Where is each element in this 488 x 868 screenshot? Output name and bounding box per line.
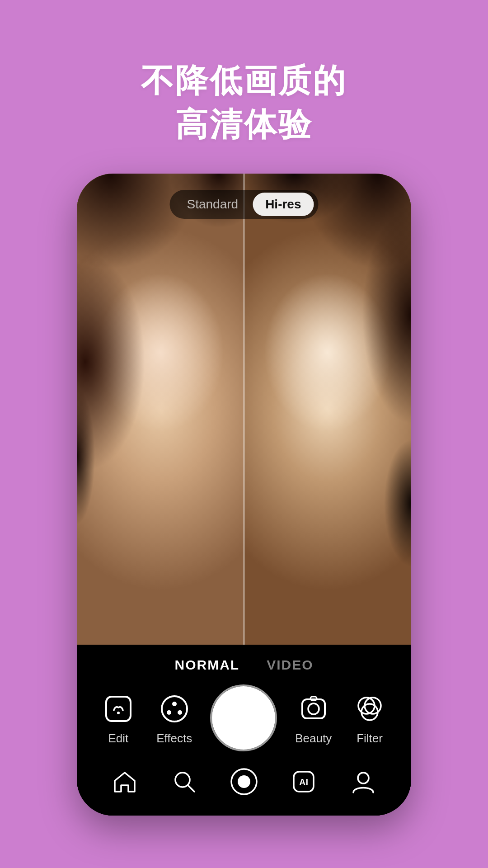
svg-point-2 xyxy=(162,696,187,722)
headline-line1: 不降低画质的 xyxy=(141,59,347,103)
svg-rect-0 xyxy=(106,697,131,721)
svg-text:AI: AI xyxy=(299,777,308,787)
tab-normal[interactable]: NORMAL xyxy=(174,657,239,673)
profile-icon xyxy=(347,766,379,797)
camera-controls: Edit Effects xyxy=(77,677,411,757)
shutter-control[interactable] xyxy=(212,686,275,750)
hires-button[interactable]: Hi-res xyxy=(253,193,314,216)
svg-point-4 xyxy=(167,710,171,715)
svg-rect-6 xyxy=(302,699,325,718)
svg-point-3 xyxy=(172,702,177,706)
viewfinder: Standard Hi-res xyxy=(77,174,411,645)
filter-label: Filter xyxy=(357,731,383,745)
svg-line-13 xyxy=(188,785,194,792)
filter-icon xyxy=(352,691,388,727)
headline: 不降低画质的 高清体验 xyxy=(141,59,347,146)
bottom-nav: AI xyxy=(77,757,411,816)
edit-label: Edit xyxy=(108,731,128,745)
nav-ai[interactable]: AI xyxy=(288,766,319,797)
nav-home[interactable] xyxy=(109,766,141,797)
ai-icon: AI xyxy=(288,766,319,797)
beauty-icon xyxy=(296,691,332,727)
edit-control[interactable]: Edit xyxy=(100,691,136,745)
beauty-label: Beauty xyxy=(295,731,332,745)
filter-control[interactable]: Filter xyxy=(352,691,388,745)
nav-camera[interactable] xyxy=(228,766,260,797)
standard-half xyxy=(77,174,244,645)
quality-toggle: Standard Hi-res xyxy=(169,190,318,219)
phone-mockup: Standard Hi-res NORMAL VIDEO Edit xyxy=(77,174,411,816)
camera-ui: NORMAL VIDEO Edit xyxy=(77,645,411,816)
search-icon xyxy=(169,766,200,797)
home-icon xyxy=(109,766,141,797)
nav-profile[interactable] xyxy=(347,766,379,797)
effects-control[interactable]: Effects xyxy=(156,691,192,745)
svg-point-18 xyxy=(358,773,369,783)
beauty-control[interactable]: Beauty xyxy=(295,691,332,745)
camera-nav-icon xyxy=(228,766,260,797)
hires-half xyxy=(244,174,411,645)
split-divider xyxy=(244,174,244,645)
svg-point-11 xyxy=(361,704,378,720)
edit-icon xyxy=(100,691,136,727)
mode-tabs: NORMAL VIDEO xyxy=(77,645,411,677)
tab-video[interactable]: VIDEO xyxy=(267,657,313,673)
effects-icon xyxy=(156,691,192,727)
headline-line2: 高清体验 xyxy=(141,103,347,146)
shutter-button[interactable] xyxy=(212,686,275,750)
svg-point-7 xyxy=(308,703,319,714)
svg-point-15 xyxy=(238,775,250,788)
standard-button[interactable]: Standard xyxy=(174,193,251,216)
nav-search[interactable] xyxy=(169,766,200,797)
effects-label: Effects xyxy=(156,731,192,745)
svg-point-5 xyxy=(178,710,182,715)
svg-point-1 xyxy=(117,712,120,714)
